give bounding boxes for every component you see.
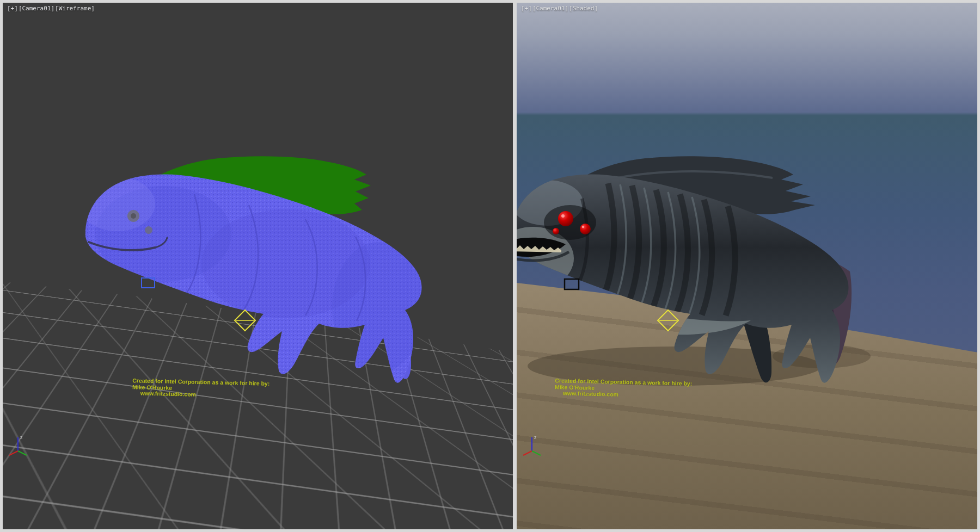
axis-tripod: z: [6, 432, 31, 457]
gizmo-overlay-right: [517, 3, 977, 529]
viewport-menu-general[interactable]: [+]: [521, 5, 532, 12]
viewport-menu-pov[interactable]: [Camera01]: [532, 5, 568, 12]
diamond-gizmo[interactable]: [235, 310, 255, 331]
axis-tripod: z: [520, 432, 545, 457]
viewport-menu-pov[interactable]: [Camera01]: [19, 5, 54, 12]
viewport-label-left: [+] [Camera01] [Wireframe]: [7, 5, 95, 12]
viewport-wireframe[interactable]: [+] [Camera01] [Wireframe]: [3, 3, 513, 529]
box-helper-gizmo[interactable]: [565, 279, 579, 289]
viewport-menu-shading[interactable]: [Shaded]: [569, 5, 598, 12]
axis-y: [18, 451, 27, 455]
axis-x: [9, 451, 18, 455]
viewport-workspace: [+] [Camera01] [Wireframe]: [0, 0, 980, 532]
viewport-menu-general[interactable]: [+]: [7, 5, 18, 12]
axis-x: [523, 451, 532, 455]
viewport-label-right: [+] [Camera01] [Shaded]: [521, 5, 598, 12]
viewport-shaded[interactable]: [+] [Camera01] [Shaded]: [517, 3, 977, 529]
axis-z-label: z: [20, 435, 23, 440]
axis-z-label: z: [534, 435, 537, 440]
box-helper-gizmo[interactable]: [142, 278, 155, 288]
diamond-gizmo[interactable]: [658, 310, 678, 331]
axis-y: [532, 451, 541, 455]
viewport-menu-shading[interactable]: [Wireframe]: [55, 5, 95, 12]
gizmo-overlay-left: [3, 3, 513, 529]
